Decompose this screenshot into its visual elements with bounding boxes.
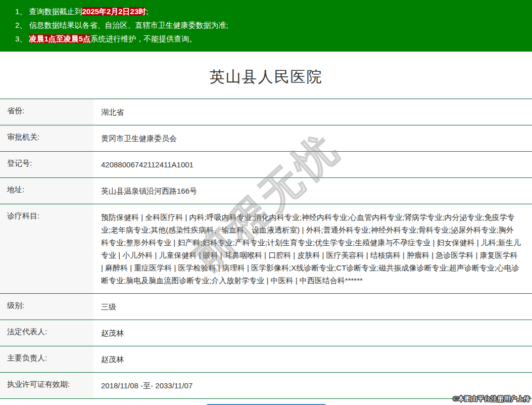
row-value: 湖北省 — [93, 99, 532, 125]
table-row-registration-number: 登记号: 42088006742112411A1001 — [0, 152, 532, 178]
row-label: 地址: — [0, 178, 93, 204]
hospital-title: 英山县人民医院 — [0, 67, 532, 87]
notice-text: 系统进行维护，不能提供查询。 — [90, 34, 197, 43]
table-row-address: 地址: 英山县温泉镇沿河西路166号 — [0, 178, 532, 204]
row-label: 诊疗科目: — [0, 204, 93, 293]
table-row-level: 级别: 三级 — [0, 294, 532, 320]
table-row-legal-representative: 法定代表人: 赵茂林 — [0, 320, 532, 346]
row-value: 赵茂林 — [93, 346, 532, 372]
table-row-approval-authority: 审批机关: 黄冈市卫生健康委员会 — [0, 125, 532, 152]
notice-text: 3、 — [15, 34, 29, 43]
notice-highlight: 2025年2月2日23时 — [82, 7, 147, 16]
row-label: 主要负责人: — [0, 346, 93, 372]
notice-text: ; — [146, 7, 148, 16]
row-value: 三级 — [93, 294, 532, 320]
row-label: 登记号: — [0, 152, 93, 177]
credit-note: ©本图由平台注册用户上传 — [453, 394, 530, 403]
notice-line-3: 3、 凌晨1点至凌晨5点系统进行维护，不能提供查询。 — [15, 32, 527, 46]
row-label: 审批机关: — [0, 125, 93, 151]
table-row-principal: 主要负责人: 赵茂林 — [0, 346, 532, 373]
row-label: 执业许可证有效期: — [0, 373, 93, 398]
table-row-province: 省份: 湖北省 — [0, 99, 532, 125]
notice-banner: 1、 查询数据截止到2025年2月2日23时; 2、 信息数据结果以各省、自治区… — [0, 0, 532, 52]
info-table: 省份: 湖北省 审批机关: 黄冈市卫生健康委员会 登记号: 4208800674… — [0, 99, 532, 399]
notice-line-1: 1、 查询数据截止到2025年2月2日23时; — [15, 5, 527, 18]
row-value: 黄冈市卫生健康委员会 — [93, 125, 532, 151]
row-value: 预防保健科 | 全科医疗科 | 内科;呼吸内科专业;消化内科专业;神经内科专业;… — [93, 204, 532, 293]
notice-highlight: 凌晨1点至凌晨5点 — [29, 34, 91, 43]
notice-text: 2、 信息数据结果以各省、自治区、直辖市卫生健康委数据为准; — [15, 21, 228, 29]
table-row-medical-departments: 诊疗科目: 预防保健科 | 全科医疗科 | 内科;呼吸内科专业;消化内科专业;神… — [0, 204, 532, 294]
row-label: 法定代表人: — [0, 320, 93, 346]
row-value: 赵茂林 — [93, 320, 532, 346]
row-value: 42088006742112411A1001 — [93, 152, 532, 177]
row-label: 级别: — [0, 294, 93, 320]
notice-text: 1、 查询数据截止到 — [15, 7, 82, 16]
row-label: 省份: — [0, 99, 93, 125]
row-value: 英山县温泉镇沿河西路166号 — [93, 178, 532, 204]
notice-line-2: 2、 信息数据结果以各省、自治区、直辖市卫生健康委数据为准; — [15, 18, 527, 32]
